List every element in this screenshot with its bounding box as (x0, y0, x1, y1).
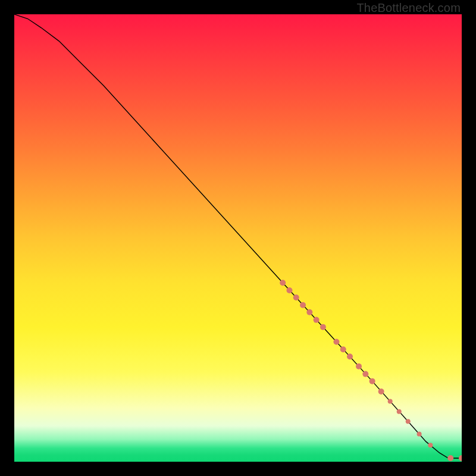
data-marker (320, 324, 326, 330)
data-marker (280, 280, 286, 286)
data-marker (347, 353, 353, 359)
chart-svg (14, 14, 462, 462)
data-marker (340, 346, 346, 352)
data-marker (333, 339, 339, 345)
marker-group (280, 280, 462, 461)
data-marker (300, 302, 306, 308)
data-marker (314, 317, 320, 323)
data-marker (428, 443, 433, 447)
data-marker (459, 455, 462, 461)
data-marker (388, 399, 393, 403)
chart-area (14, 14, 462, 462)
data-marker (293, 295, 299, 300)
data-marker (356, 364, 362, 369)
data-marker (406, 419, 411, 424)
data-marker (397, 409, 402, 414)
data-marker (378, 389, 384, 394)
data-marker (362, 371, 368, 377)
bottleneck-curve (14, 14, 462, 458)
data-marker (447, 455, 453, 461)
data-marker (286, 287, 292, 293)
data-marker (417, 431, 422, 436)
data-marker (306, 309, 312, 315)
data-marker (369, 378, 375, 384)
watermark-text: TheBottleneck.com (356, 1, 461, 15)
